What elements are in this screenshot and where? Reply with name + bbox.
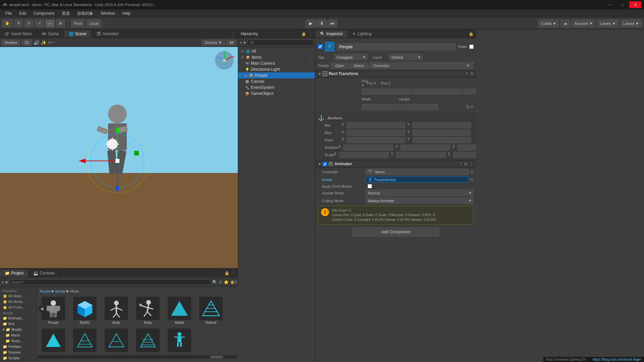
prefab-open-button[interactable]: Open	[331, 62, 348, 69]
object-name-input[interactable]	[337, 43, 456, 50]
scale-z-input[interactable]: 1	[453, 152, 476, 158]
menu-assets[interactable]: 资源	[58, 10, 73, 17]
asset-anim4[interactable]	[133, 327, 163, 354]
menu-edit[interactable]: Edit	[16, 10, 30, 16]
asset-figure[interactable]	[164, 327, 195, 354]
hierarchy-item-canvas[interactable]: 🖼 Canvas	[238, 78, 315, 84]
bottom-menu-icon[interactable]: ⋮	[231, 271, 235, 276]
avatar-pick-icon[interactable]: ⊙	[470, 177, 474, 182]
animator-help-icon[interactable]: ?	[460, 162, 462, 166]
asset-body1[interactable]: Body	[101, 295, 131, 326]
folder-prefabs[interactable]: 📁 Prefabs	[1, 344, 35, 350]
fav-all-models[interactable]: ⭐ All Mode...	[1, 299, 35, 305]
rotation-z-input[interactable]: 0	[458, 144, 476, 150]
hierarchy-menu[interactable]: ⋮	[308, 32, 312, 36]
tab-scene[interactable]: 🌐 Scene	[64, 30, 92, 38]
bc-model[interactable]: Model	[55, 289, 65, 293]
fav-all-materials[interactable]: ⭐ All Mate...	[1, 293, 35, 299]
add-component-button[interactable]: Add Component	[352, 227, 439, 237]
asset-bip001[interactable]: Bip001	[70, 295, 100, 326]
update-mode-dropdown[interactable]: Normal ▾	[366, 190, 474, 196]
add-asset-button[interactable]: +	[1, 280, 4, 285]
add-type-button[interactable]: ▾	[244, 40, 246, 45]
asset-scrollbar[interactable]	[38, 355, 237, 359]
play-button[interactable]: ▶	[306, 19, 316, 27]
audio-button[interactable]: 🔊	[34, 40, 39, 45]
folder-first[interactable]: 📁 first	[1, 321, 35, 327]
rect-transform-help-icon[interactable]: ?	[466, 71, 468, 76]
menu-window[interactable]: Window	[97, 10, 118, 16]
animator-settings-icon[interactable]: ⚙	[464, 162, 468, 166]
hierarchy-item-maincamera[interactable]: 📷 Main Camera	[238, 60, 315, 66]
layers-button[interactable]: Layers ▼	[597, 19, 619, 27]
bc-assets[interactable]: Assets	[40, 289, 51, 293]
pivot-y-input[interactable]: 0.5	[413, 137, 471, 143]
tag-dropdown[interactable]: Untagged ▾	[334, 54, 368, 60]
pivot-button[interactable]: Pivot	[71, 19, 85, 27]
inspector-lock[interactable]: 🔒	[466, 32, 476, 36]
scroll-left-button[interactable]: ◀	[38, 305, 45, 312]
hierarchy-item-scene[interactable]: ▼ 🌐 All	[238, 48, 315, 54]
menu-gameobject[interactable]: 游戏对象	[74, 10, 97, 17]
step-button[interactable]: ⏭	[327, 19, 337, 27]
tab-project[interactable]: 📁 Project	[0, 269, 29, 277]
effects-button[interactable]: ✨	[41, 40, 46, 45]
tab-asset-store[interactable]: 🛒 Asset Store	[0, 30, 37, 38]
menu-component[interactable]: Component	[30, 10, 58, 16]
object-active-checkbox[interactable]	[318, 44, 323, 49]
cloud-button[interactable]: ☁	[560, 19, 570, 27]
collab-button[interactable]: Collab ▼	[538, 19, 559, 27]
pivot-x-input[interactable]: 0.5	[346, 137, 405, 143]
animator-active-checkbox[interactable]	[323, 162, 327, 166]
asset-body2[interactable]: Body	[133, 295, 163, 326]
gizmos-dropdown[interactable]: Gizmos ▼	[202, 40, 225, 46]
pause-button[interactable]: ⏸	[317, 19, 327, 27]
rotation-x-input[interactable]: 0	[343, 144, 393, 150]
anchor-max-x-input[interactable]: 0.5	[346, 130, 405, 136]
transform-tool-button[interactable]: ⊕	[56, 19, 65, 27]
pos-z-input[interactable]: 0.83	[463, 88, 476, 95]
folder-animato[interactable]: 📁 Animato...	[1, 315, 35, 321]
hand-tool-button[interactable]: ✋	[2, 19, 13, 27]
bottom-lock-icon[interactable]: 🔒	[224, 271, 229, 276]
hierarchy-item-people[interactable]: ▶ 📦 People	[238, 72, 315, 78]
rotate-tool-button[interactable]: ↻	[24, 19, 34, 27]
shading-dropdown[interactable]: Shaded	[1, 40, 20, 46]
width-input[interactable]: 100	[362, 104, 399, 110]
star-icon[interactable]: ⭐	[224, 280, 229, 285]
apply-root-motion-checkbox[interactable]	[368, 184, 372, 188]
hierarchy-item-dirlight[interactable]: 💡 Directional Light	[238, 66, 315, 72]
search-all[interactable]: All	[226, 40, 236, 46]
minimize-button[interactable]: ─	[604, 1, 616, 8]
layer-dropdown[interactable]: Default ▾	[389, 54, 423, 60]
account-button[interactable]: Account ▼	[572, 19, 596, 27]
add-asset-type-button[interactable]: ▾	[5, 280, 8, 285]
layout-button[interactable]: Layout ▼	[620, 19, 642, 27]
hierarchy-lock[interactable]: 🔒	[301, 32, 306, 36]
height-input[interactable]: 100	[400, 104, 438, 110]
reset-icon[interactable]: R	[471, 105, 474, 109]
scroll-thumb[interactable]	[210, 356, 223, 358]
filter-icon[interactable]: ⚙	[219, 280, 222, 285]
link-icon[interactable]: ⛓	[466, 105, 470, 109]
prefab-overrides-dropdown[interactable]: Overrides ▾	[369, 62, 474, 69]
hierarchy-search[interactable]	[247, 40, 314, 46]
hierarchy-item-eventsystem[interactable]: 🔧 EventSystem	[238, 84, 315, 90]
project-search-input[interactable]	[9, 279, 211, 285]
menu-file[interactable]: File	[2, 10, 15, 16]
anchor-max-y-input[interactable]: 0.5	[413, 130, 471, 136]
pos-x-input[interactable]: 0.3	[362, 88, 411, 95]
folder-mesh[interactable]: 📁 Mesh	[1, 333, 35, 338]
rect-transform-settings-icon[interactable]: ⚙	[470, 71, 474, 76]
scale-tool-button[interactable]: ⤢	[35, 19, 44, 27]
scale-x-input[interactable]: 1	[339, 152, 389, 158]
asset-defend[interactable]: Defend	[196, 295, 226, 326]
tab-console[interactable]: 💻 Console	[29, 269, 59, 277]
demo-menu[interactable]: ⋮	[308, 55, 312, 60]
prefab-select-button[interactable]: Select	[349, 62, 368, 69]
tab-inspector[interactable]: 🔍 Inspector	[315, 30, 347, 38]
fav-all-prefabs[interactable]: ⭐ All Prefa...	[1, 305, 35, 310]
hierarchy-item-demo[interactable]: ▼ 📦 demo ⋮	[238, 54, 315, 60]
maximize-button[interactable]: □	[616, 1, 629, 8]
anchor-min-y-input[interactable]: 0.5	[413, 122, 471, 128]
